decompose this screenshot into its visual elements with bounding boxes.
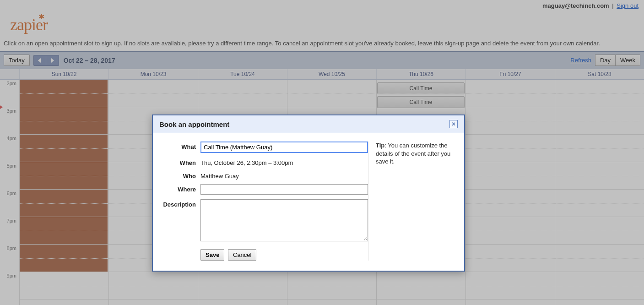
what-label: What	[162, 142, 200, 150]
description-label: Description	[162, 199, 200, 208]
what-input[interactable]	[200, 142, 368, 153]
when-value: Thu, October 26, 2:30pm – 3:00pm	[200, 158, 368, 166]
tip-label: Tip	[376, 142, 384, 149]
where-input[interactable]	[200, 184, 368, 195]
save-button[interactable]: Save	[200, 249, 224, 261]
close-button[interactable]: ✕	[449, 120, 458, 128]
when-label: When	[162, 158, 200, 166]
book-appointment-modal: Book an appointment ✕ What When Thu, Oct…	[152, 114, 465, 272]
description-textarea[interactable]	[200, 199, 368, 241]
modal-title: Book an appointment	[159, 120, 229, 128]
tip-panel: Tip: You can customize the details of th…	[368, 142, 455, 261]
cancel-button[interactable]: Cancel	[228, 249, 256, 261]
who-label: Who	[162, 171, 200, 180]
close-icon: ✕	[451, 121, 456, 127]
where-label: Where	[162, 184, 200, 193]
who-value: Matthew Guay	[200, 171, 368, 180]
tip-text: : You can customize the details of the e…	[376, 142, 450, 165]
